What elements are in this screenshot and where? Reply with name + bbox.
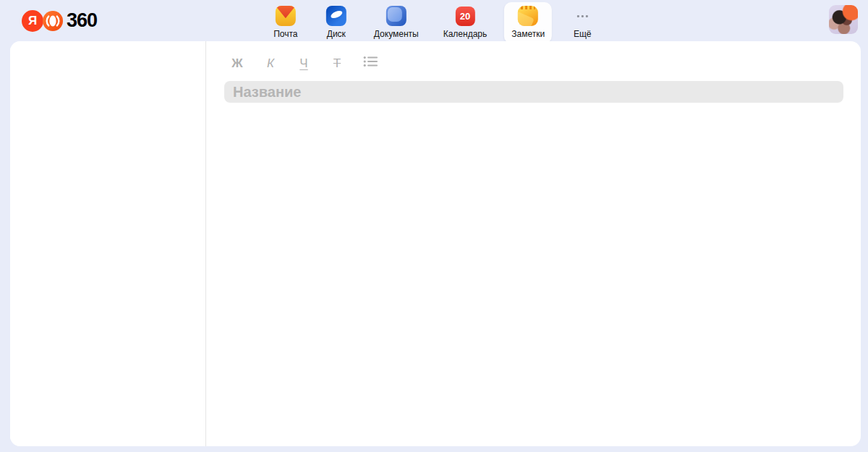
disk-icon	[326, 6, 346, 26]
nav-item-label: Диск	[327, 29, 346, 39]
user-avatar[interactable]	[829, 5, 858, 34]
nav-item-notes[interactable]: Заметки	[504, 2, 552, 43]
underline-button[interactable]: Ч	[297, 56, 311, 72]
bold-button[interactable]: Ж	[230, 56, 244, 72]
nav-item-label: Почта	[273, 29, 297, 39]
documents-icon	[386, 6, 407, 26]
yandex-360-logo[interactable]: Я 360	[22, 9, 97, 32]
note-editor-pane: Ж К Ч Т	[206, 41, 861, 446]
nav-item-label: Календарь	[443, 29, 488, 39]
notes-content-card: Ж К Ч Т	[10, 41, 861, 446]
app-switcher-nav: Почта Диск Документы 20 Календарь Заметк…	[265, 2, 603, 43]
nav-item-label: Документы	[374, 29, 419, 39]
nav-item-calendar[interactable]: 20 Календарь	[436, 2, 495, 43]
bulleted-list-button[interactable]	[363, 56, 378, 72]
more-ellipsis-icon	[572, 6, 592, 26]
nav-item-label: Заметки	[511, 29, 545, 39]
nav-item-more[interactable]: Ещё	[562, 2, 603, 43]
note-title-input[interactable]	[224, 81, 843, 103]
nav-item-label: Ещё	[574, 29, 592, 39]
yandex-ya-icon: Я	[22, 10, 43, 32]
formatting-toolbar: Ж К Ч Т	[230, 56, 861, 72]
app-header: Я 360 Почта Диск Документы	[0, 0, 868, 41]
logo-brand-text: 360	[67, 9, 97, 32]
strikethrough-button[interactable]: Т	[330, 56, 344, 72]
nav-item-mail[interactable]: Почта	[265, 2, 306, 43]
notes-icon	[518, 6, 538, 26]
yandex-360-ring-icon	[42, 10, 64, 32]
calendar-date-badge: 20	[460, 11, 470, 22]
mail-icon	[276, 6, 296, 26]
list-icon	[363, 56, 378, 67]
nav-item-disk[interactable]: Диск	[316, 2, 357, 43]
calendar-icon: 20	[455, 7, 475, 26]
notes-list-sidebar	[10, 41, 206, 446]
nav-item-documents[interactable]: Документы	[367, 2, 426, 43]
italic-button[interactable]: К	[263, 56, 278, 72]
note-body-area[interactable]	[206, 103, 861, 446]
